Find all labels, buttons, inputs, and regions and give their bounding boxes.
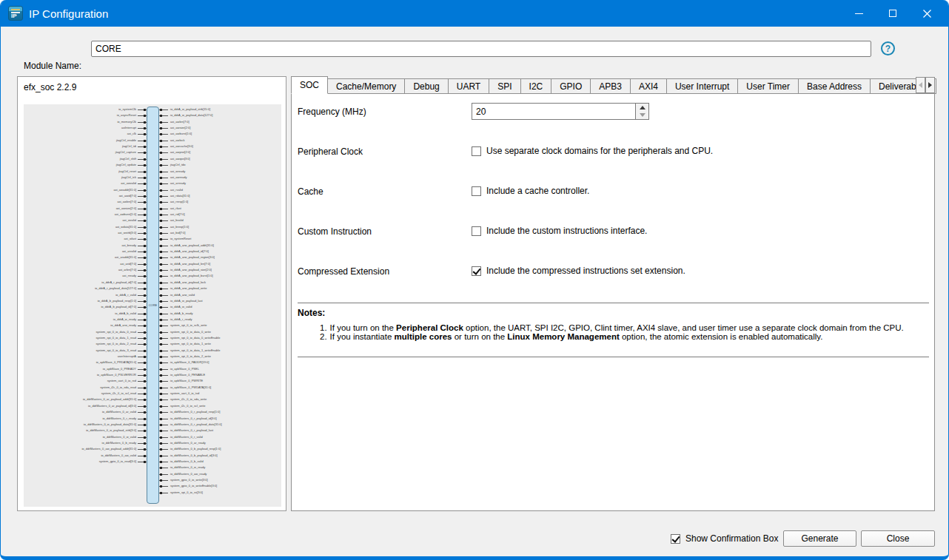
tab-i2c[interactable]: I2C bbox=[521, 78, 552, 94]
show-confirmation-checkbox[interactable] bbox=[671, 534, 680, 544]
peripheral-clock-option[interactable]: Use separate clock domains for the perip… bbox=[472, 146, 713, 156]
pin-label: io_apbSlave_0_PENABLE bbox=[170, 374, 205, 377]
pin-label: io_apbSlave_0_PSLVERROR bbox=[97, 374, 136, 377]
pin-dot bbox=[144, 424, 146, 426]
pin-label: jtagCtrl_tdi bbox=[122, 145, 136, 148]
tab-scroll-right-button[interactable] bbox=[925, 77, 935, 93]
pin-dot bbox=[144, 306, 146, 308]
pin-label: system_i2c_0_io_scl_read bbox=[101, 392, 136, 395]
compressed-extension-checkbox[interactable] bbox=[472, 266, 481, 276]
compressed-extension-option[interactable]: Include the compressed instructions set … bbox=[472, 266, 685, 276]
tab-soc[interactable]: SOC bbox=[291, 76, 328, 94]
module-name-input[interactable] bbox=[91, 41, 871, 57]
pin-label: io_systemClk bbox=[118, 108, 136, 111]
tab-uart[interactable]: UART bbox=[449, 78, 489, 94]
pin-label: io_ddrMasters_0_ar_valid bbox=[102, 411, 136, 414]
core-block: CORE bbox=[147, 107, 159, 504]
pin-dot bbox=[144, 214, 146, 216]
show-confirmation-option[interactable]: Show Confirmation Box bbox=[671, 533, 778, 544]
core-block-label: CORE bbox=[149, 303, 158, 307]
tab-axi4[interactable]: AXI4 bbox=[631, 78, 667, 94]
spin-up-button[interactable] bbox=[636, 104, 648, 112]
close-button[interactable]: Close bbox=[861, 530, 935, 547]
soc-tab-panel: Frequency (MHz)Peripheral ClockUse separ… bbox=[291, 93, 935, 511]
pin-label: io_ddrA_w_ready bbox=[113, 318, 136, 321]
pin-label: axi_wdata[31:0] bbox=[115, 226, 136, 229]
pin-label: axiInterrupt bbox=[121, 126, 136, 129]
custom-instruction-checkbox[interactable] bbox=[472, 226, 481, 236]
tab-gpio[interactable]: GPIO bbox=[551, 78, 591, 94]
help-icon[interactable]: ? bbox=[881, 41, 895, 55]
pin-label: axi_awid[7:0] bbox=[119, 195, 136, 198]
custom-instruction-option[interactable]: Include the custom instructions interfac… bbox=[472, 226, 647, 236]
spin-down-button[interactable] bbox=[636, 112, 648, 120]
pin-label: io_ddrMasters_0_w_payload_strb[3:0] bbox=[86, 429, 136, 432]
tab-cache-memory[interactable]: Cache/Memory bbox=[328, 78, 405, 94]
pin-label: system_i2c_0_io_scl_write bbox=[170, 405, 206, 408]
pin-dot bbox=[144, 337, 146, 340]
pin-label: io_ddrA_r_payload_data[127:0] bbox=[95, 287, 136, 290]
app-icon-label: IP bbox=[11, 13, 17, 19]
pin-label: axi_awsize[2:0] bbox=[116, 207, 136, 210]
pin-dot bbox=[160, 343, 162, 345]
pin-dot bbox=[160, 238, 162, 240]
pin-dot bbox=[144, 430, 146, 432]
tab-apb3[interactable]: APB3 bbox=[591, 78, 631, 94]
maximize-button[interactable] bbox=[876, 0, 910, 27]
pin-dot bbox=[144, 399, 146, 401]
pin-dot bbox=[144, 232, 146, 235]
checkbox-label: Include a cache controller. bbox=[486, 186, 589, 196]
tab-debug[interactable]: Debug bbox=[405, 78, 448, 94]
checkbox-label: Use separate clock domains for the perip… bbox=[486, 146, 713, 156]
chevron-right-icon bbox=[928, 82, 932, 88]
pin-label: jtagCtrl_enable bbox=[116, 139, 136, 142]
pin-dot bbox=[160, 300, 162, 303]
pin-dot bbox=[144, 238, 146, 240]
pin-label: system_gpio_0_io_writeEnable[3:0] bbox=[170, 485, 217, 488]
minimize-button[interactable] bbox=[842, 0, 876, 27]
pin-dot bbox=[160, 152, 162, 154]
cache-checkbox[interactable] bbox=[472, 186, 481, 196]
pin-dot bbox=[160, 257, 162, 259]
pin-dot bbox=[160, 319, 162, 321]
pin-label: axi_wready bbox=[170, 170, 185, 173]
tab-user-interrupt[interactable]: User Interrupt bbox=[667, 78, 738, 94]
pin-label: io_ddrMasters_0_w_payload_data[31:0] bbox=[84, 423, 136, 426]
pin-label: io_ddrMasters_0_w_ready bbox=[170, 466, 205, 469]
cache-option[interactable]: Include a cache controller. bbox=[472, 186, 589, 196]
peripheral-clock-checkbox[interactable] bbox=[472, 146, 481, 156]
pin-dot bbox=[144, 171, 146, 173]
pin-dot bbox=[144, 294, 146, 297]
frequency-spinbox bbox=[472, 103, 649, 120]
pin-label: io_ddrMasters_0_r_payload_resp[1:0] bbox=[170, 411, 220, 414]
pin-label: axi_awcache[3:0] bbox=[170, 145, 193, 148]
close-window-button[interactable] bbox=[910, 0, 944, 27]
pin-dot bbox=[160, 337, 162, 340]
pin-dot bbox=[144, 164, 146, 166]
pin-label: jtagCtrl_shift bbox=[120, 158, 136, 161]
window-controls bbox=[842, 0, 944, 27]
tab-scroll-left-button[interactable] bbox=[916, 77, 925, 93]
notes-title: Notes: bbox=[298, 308, 325, 318]
pin-dot bbox=[144, 282, 146, 284]
pin-label: io_ddrA_arw_payload_len[7:0] bbox=[170, 263, 210, 266]
pin-label: io_ddrA_b_ready bbox=[170, 312, 192, 315]
pin-dot bbox=[160, 306, 162, 308]
pin-dot bbox=[160, 121, 162, 124]
tab-base-address[interactable]: Base Address bbox=[799, 78, 871, 94]
pin-dot bbox=[144, 343, 146, 345]
pin-dot bbox=[144, 263, 146, 266]
pin-label: io_ddrMasters_0_r_payload_id[3:0] bbox=[170, 417, 217, 420]
pin-label: system_gpio_0_io_write[3:0] bbox=[170, 479, 208, 482]
pin-dot bbox=[160, 442, 162, 445]
pin-dot bbox=[160, 479, 162, 482]
pin-dot bbox=[144, 455, 146, 457]
pin-dot bbox=[160, 418, 162, 420]
tab-spi[interactable]: SPI bbox=[489, 78, 520, 94]
generate-button[interactable]: Generate bbox=[783, 530, 856, 547]
pin-dot bbox=[160, 356, 162, 358]
pin-label: axi_rdata[31:0] bbox=[170, 195, 190, 198]
pin-label: axi_arready bbox=[170, 182, 186, 185]
tab-user-timer[interactable]: User Timer bbox=[738, 78, 799, 94]
frequency-input[interactable] bbox=[472, 103, 635, 120]
